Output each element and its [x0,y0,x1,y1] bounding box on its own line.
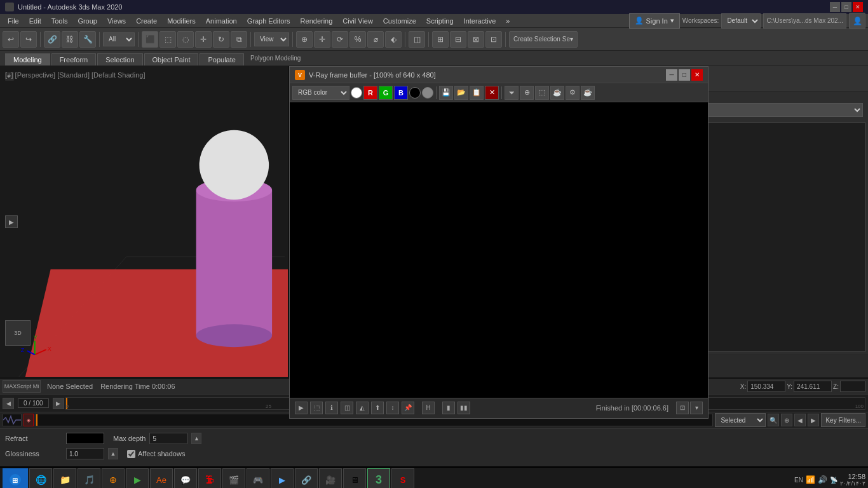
affect-shadows-checkbox[interactable] [127,450,135,458]
menu-rendering[interactable]: Rendering [295,16,338,26]
anim-keyframe-button[interactable]: ◈ [24,414,34,426]
menu-group[interactable]: Group [72,16,102,26]
tab-modeling[interactable]: Modeling [5,53,50,65]
undo-button[interactable]: ↩ [3,31,19,48]
z-coord-input[interactable] [840,381,865,392]
anim-waveform[interactable] [3,414,22,426]
select-move-button[interactable]: ✛ [195,31,212,48]
frame-counter[interactable]: 0 / 100 [18,398,49,408]
vray-titlebar[interactable]: V V-Ray frame buffer - [100% of 640 x 48… [290,67,708,83]
edit-named-selections[interactable]: ◫ [409,31,425,48]
max-depth-up[interactable]: ▲ [191,433,201,444]
close-button[interactable]: ✕ [853,2,863,12]
vray-export-button[interactable]: ⬆ [371,402,384,414]
menu-create[interactable]: Create [131,16,162,26]
vray-pin-button[interactable]: 📌 [402,402,414,414]
vray-b-button[interactable]: B [394,86,408,100]
suitcase-icon[interactable]: S [391,468,414,488]
menu-animation[interactable]: Animation [201,16,242,26]
vray-help-button[interactable]: ☕ [581,86,595,100]
bind-space-button[interactable]: 🔧 [79,31,96,48]
menu-graph-editors[interactable]: Graph Editors [242,16,295,26]
finder-icon[interactable]: 🖥 [343,468,366,488]
view-dropdown[interactable]: View [254,32,289,46]
redo-button[interactable]: ↪ [20,31,37,48]
vray-close-button[interactable]: ✕ [691,69,703,81]
whatsapp-icon[interactable]: 💬 [174,468,197,488]
rotate-button[interactable]: ↻ [213,31,229,48]
explorer-icon[interactable]: 📁 [53,468,76,488]
3ds-max-icon[interactable]: 3 [367,468,390,488]
snap-button[interactable]: ✛ [314,31,330,48]
menu-file[interactable]: File [3,16,24,26]
tab-object-paint[interactable]: Object Paint [144,53,199,65]
ie-icon[interactable]: 🌐 [29,468,52,488]
lasso-button[interactable]: ◌ [177,31,194,48]
menu-more[interactable]: » [501,16,515,26]
menu-modifiers[interactable]: Modifiers [162,16,201,26]
grid-2-button[interactable]: ⊟ [450,31,466,48]
tab-populate[interactable]: Populate [200,53,243,65]
video-icon[interactable]: 🎥 [319,468,342,488]
vray-minimize-button[interactable]: ─ [666,69,677,81]
vray-layers-button[interactable]: ⬚ [535,86,549,100]
maximize-button[interactable]: □ [841,2,851,12]
select-region-button[interactable]: ⬚ [159,31,176,48]
menu-scripting[interactable]: Scripting [421,16,459,26]
vray-save-button[interactable]: 💾 [439,86,453,100]
vray-region-button[interactable]: ⬚ [310,402,323,414]
color-mode-dropdown[interactable]: RGB color [292,86,349,100]
maxscript-mini[interactable]: MAXScript Mi [3,380,41,393]
tab-freeform[interactable]: Freeform [51,53,97,65]
vray-r-button[interactable]: R [363,86,377,100]
glossiness-up[interactable]: ▲ [108,448,118,459]
vray-hist2-button[interactable]: ◭ [356,402,369,414]
next-frame-button[interactable]: ▶ [53,398,64,409]
filter-dropdown[interactable]: All [103,32,135,46]
vray-zoom-fit-button[interactable]: ⊡ [676,402,689,414]
mpc-icon[interactable]: 🎬 [222,468,245,488]
workspace-dropdown[interactable]: Default [721,13,761,29]
create-sel-set-button[interactable]: Create Selection Se▾ [509,31,578,48]
prev-frame-button[interactable]: ◀ [3,398,14,409]
start-button[interactable]: ⊞ [3,468,28,488]
unlink-button[interactable]: ⛓ [62,31,78,48]
selected-dropdown[interactable]: Selected [715,413,766,427]
vray-play-button[interactable]: ▶ [295,402,308,414]
spinner-button[interactable]: ⌀ [367,31,384,48]
link-button[interactable]: 🔗 [44,31,60,48]
nav-cube[interactable]: 3D [5,320,31,346]
vray-channel-button[interactable]: ◫ [341,402,353,414]
align-button[interactable]: ⊕ [296,31,313,48]
vray-settings-button[interactable]: ⚙ [566,86,580,100]
vray-info-button[interactable]: ℹ [325,402,338,414]
grid-3-button[interactable]: ⊠ [468,31,484,48]
grid-1-button[interactable]: ⊞ [432,31,449,48]
vray-open-button[interactable]: 📂 [454,86,468,100]
share-icon[interactable]: 🔗 [295,468,318,488]
glossiness-input[interactable] [66,448,104,459]
menu-customize[interactable]: Customize [378,16,421,26]
signin-button[interactable]: 👤 Sign In ▾ [629,13,680,29]
vray-expand-button[interactable]: ▾ [690,402,703,414]
vray-bar2-button[interactable]: ▮▮ [458,402,470,414]
scale-button[interactable]: ⧉ [231,31,247,48]
angle-snap-button[interactable]: ⟳ [332,31,348,48]
refract-swatch[interactable] [66,433,104,444]
user-avatar-button[interactable]: 👤 [849,13,865,29]
vray-compare-button[interactable]: ⊕ [520,86,534,100]
minimize-button[interactable]: ─ [830,2,840,12]
mirror-button[interactable]: ⬖ [385,31,402,48]
menu-views[interactable]: Views [102,16,131,26]
play-button[interactable]: ▶ [5,215,18,228]
3d-viewport[interactable]: [+] [Perspective] [Standard] [Default Sh… [0,66,289,377]
menu-edit[interactable]: Edit [24,16,46,26]
game-icon[interactable]: 🎮 [247,468,269,488]
media-player-icon[interactable]: 🎵 [78,468,100,488]
menu-tools[interactable]: Tools [46,16,73,26]
vray-hdr-button[interactable]: H [422,402,435,414]
vray-lut-button[interactable]: ☕ [550,86,564,100]
zip-icon[interactable]: 🗜 [198,468,221,488]
nav-next-button[interactable]: ▶ [808,414,819,426]
tab-selection[interactable]: Selection [97,53,142,65]
